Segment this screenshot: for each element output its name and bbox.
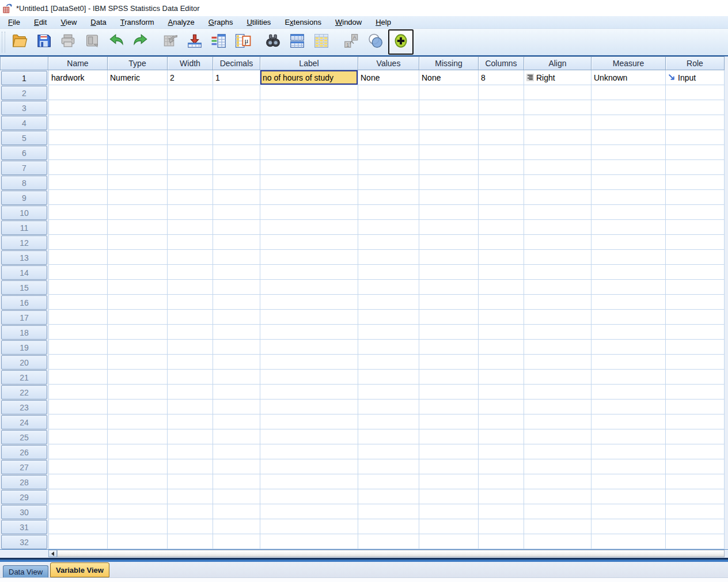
cell-missing-29[interactable] <box>419 489 479 504</box>
find-button[interactable] <box>261 31 285 54</box>
cell-missing-8[interactable] <box>419 175 479 190</box>
row-header-1[interactable]: 1 <box>1 71 47 85</box>
cell-name-12[interactable] <box>48 235 108 250</box>
row-header-13[interactable]: 13 <box>1 250 47 265</box>
cell-role-3[interactable] <box>666 100 725 115</box>
cell-values-21[interactable] <box>358 370 419 385</box>
cell-label-11[interactable] <box>260 220 358 235</box>
cell-name-29[interactable] <box>48 489 108 504</box>
cell-decimals-8[interactable] <box>213 175 260 190</box>
cell-type-1[interactable]: Numeric <box>108 70 168 85</box>
column-header-width[interactable]: Width <box>168 56 213 70</box>
cell-role-4[interactable] <box>666 115 725 130</box>
row-header-24[interactable]: 24 <box>1 415 47 429</box>
cell-values-3[interactable] <box>358 100 419 115</box>
cell-name-11[interactable] <box>48 220 108 235</box>
cell-measure-4[interactable] <box>592 115 666 130</box>
cell-missing-3[interactable] <box>419 100 479 115</box>
cell-missing-1[interactable]: None <box>419 70 479 85</box>
cell-values-11[interactable] <box>358 220 419 235</box>
cell-width-21[interactable] <box>168 370 213 385</box>
cell-width-14[interactable] <box>168 265 213 280</box>
row-header-3[interactable]: 3 <box>1 101 47 115</box>
goto-variable-button[interactable] <box>183 31 206 54</box>
cell-width-1[interactable]: 2 <box>168 70 213 85</box>
cell-type-24[interactable] <box>108 414 168 429</box>
cell-type-15[interactable] <box>108 280 168 295</box>
cell-missing-5[interactable] <box>419 130 479 145</box>
cell-label-3[interactable] <box>260 100 358 115</box>
cell-label-23[interactable] <box>260 400 358 414</box>
cell-role-22[interactable] <box>666 385 725 400</box>
cell-measure-8[interactable] <box>592 175 666 190</box>
cell-columns-24[interactable] <box>479 414 524 429</box>
cell-role-17[interactable] <box>666 310 725 325</box>
cell-width-7[interactable] <box>168 160 213 175</box>
row-header-28[interactable]: 28 <box>1 475 47 489</box>
cell-type-11[interactable] <box>108 220 168 235</box>
cell-align-3[interactable] <box>524 100 592 115</box>
cell-missing-11[interactable] <box>419 220 479 235</box>
print-button[interactable] <box>56 31 79 54</box>
cell-values-25[interactable] <box>358 429 419 444</box>
row-header-15[interactable]: 15 <box>1 280 47 295</box>
row-header-6[interactable]: 6 <box>1 146 47 160</box>
cell-name-30[interactable] <box>48 504 108 519</box>
cell-label-20[interactable] <box>260 355 358 370</box>
cell-name-9[interactable] <box>48 190 108 205</box>
cell-columns-11[interactable] <box>479 220 524 235</box>
cell-measure-22[interactable] <box>592 385 666 400</box>
cell-columns-30[interactable] <box>479 504 524 519</box>
cell-measure-20[interactable] <box>592 355 666 370</box>
cell-name-27[interactable] <box>48 459 108 474</box>
cell-type-25[interactable] <box>108 429 168 444</box>
cell-align-23[interactable] <box>524 400 592 414</box>
cell-values-12[interactable] <box>358 235 419 250</box>
cell-name-24[interactable] <box>48 414 108 429</box>
cell-type-2[interactable] <box>108 85 168 100</box>
cell-role-18[interactable] <box>666 325 725 340</box>
cell-decimals-28[interactable] <box>213 474 260 489</box>
cell-measure-2[interactable] <box>592 85 666 100</box>
cell-type-28[interactable] <box>108 474 168 489</box>
cell-values-28[interactable] <box>358 474 419 489</box>
cell-decimals-19[interactable] <box>213 340 260 355</box>
cell-values-17[interactable] <box>358 310 419 325</box>
cell-columns-27[interactable] <box>479 459 524 474</box>
cell-label-29[interactable] <box>260 489 358 504</box>
cell-label-24[interactable] <box>260 414 358 429</box>
cell-values-15[interactable] <box>358 280 419 295</box>
cell-columns-31[interactable] <box>479 519 524 534</box>
cell-name-21[interactable] <box>48 370 108 385</box>
cell-missing-27[interactable] <box>419 459 479 474</box>
cell-role-9[interactable] <box>666 190 725 205</box>
menu-item-utilities[interactable]: Utilities <box>240 17 278 28</box>
cell-type-7[interactable] <box>108 160 168 175</box>
cell-type-30[interactable] <box>108 504 168 519</box>
cell-role-24[interactable] <box>666 414 725 429</box>
cell-width-28[interactable] <box>168 474 213 489</box>
cell-label-19[interactable] <box>260 340 358 355</box>
cell-role-6[interactable] <box>666 145 725 160</box>
show-all-variables-button[interactable] <box>388 29 414 55</box>
cell-values-13[interactable] <box>358 250 419 265</box>
cell-measure-13[interactable] <box>592 250 666 265</box>
cell-type-6[interactable] <box>108 145 168 160</box>
cell-missing-32[interactable] <box>419 534 479 549</box>
cell-align-7[interactable] <box>524 160 592 175</box>
cell-values-8[interactable] <box>358 175 419 190</box>
cell-measure-32[interactable] <box>592 534 666 549</box>
cell-label-31[interactable] <box>260 519 358 534</box>
cell-type-32[interactable] <box>108 534 168 549</box>
row-header-10[interactable]: 10 <box>1 206 47 220</box>
cell-width-32[interactable] <box>168 534 213 549</box>
cell-name-14[interactable] <box>48 265 108 280</box>
cell-missing-30[interactable] <box>419 504 479 519</box>
cell-measure-5[interactable] <box>592 130 666 145</box>
cell-align-5[interactable] <box>524 130 592 145</box>
cell-label-17[interactable] <box>260 310 358 325</box>
cell-values-18[interactable] <box>358 325 419 340</box>
save-button[interactable] <box>32 31 55 54</box>
cell-width-6[interactable] <box>168 145 213 160</box>
cell-align-32[interactable] <box>524 534 592 549</box>
